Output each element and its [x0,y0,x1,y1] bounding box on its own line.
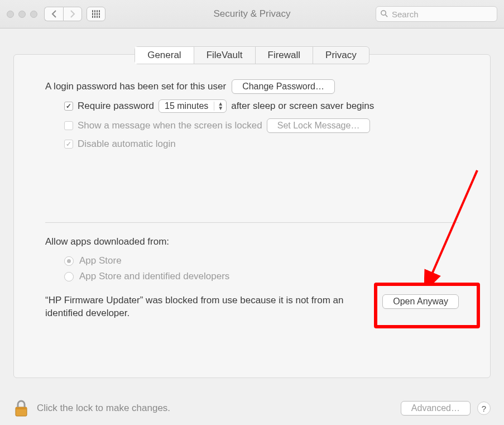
lock-hint-text: Click the lock to make changes. [37,403,170,414]
window-toolbar: Security & Privacy [0,0,504,28]
divider [45,222,459,223]
open-anyway-button[interactable]: Open Anyway [382,294,459,309]
advanced-button[interactable]: Advanced… [401,401,471,416]
search-input[interactable] [376,6,497,22]
tab-filevault[interactable]: FileVault [194,47,256,64]
disable-auto-login-checkbox[interactable] [64,140,73,149]
allow-apps-label: Allow apps downloaded from: [45,236,459,247]
require-password-delay-value: 15 minutes [165,101,208,111]
tabs: General FileVault Firewall Privacy [14,46,490,64]
show-all-button[interactable] [87,7,105,21]
chevron-right-icon [70,10,75,18]
require-password-label: Require password [78,101,154,112]
after-sleep-label: after sleep or screen saver begins [231,101,374,112]
svg-line-1 [386,15,388,17]
tab-firewall[interactable]: Firewall [256,47,314,64]
footer: Click the lock to make changes. Advanced… [13,399,491,417]
show-message-checkbox[interactable] [64,121,73,130]
radio-identified-developers-label: App Store and identified developers [79,271,229,282]
traffic-lights [7,11,37,18]
preferences-panel: General FileVault Firewall Privacy A log… [13,54,491,378]
radio-app-store[interactable] [64,256,74,266]
svg-rect-3 [16,407,27,409]
change-password-button[interactable]: Change Password… [232,79,335,94]
tab-general[interactable]: General [135,47,194,64]
blocked-app-message: “HP Firmware Updater” was blocked from u… [45,294,369,320]
nav-buttons [44,7,82,21]
search-container [376,6,497,22]
help-button[interactable]: ? [477,402,491,415]
require-password-delay-select[interactable]: 15 minutes ▲▼ [159,99,227,113]
grid-icon [92,10,100,18]
chevron-left-icon [51,10,57,18]
login-password-label: A login password has been set for this u… [45,81,226,92]
tab-privacy[interactable]: Privacy [313,47,369,64]
forward-button[interactable] [63,7,82,21]
lock-icon[interactable] [13,399,29,417]
search-icon [380,9,388,18]
require-password-checkbox[interactable] [64,102,73,111]
show-message-label: Show a message when the screen is locked [78,120,262,131]
zoom-window-button[interactable] [30,11,37,18]
radio-app-store-label: App Store [79,255,122,266]
back-button[interactable] [44,7,63,21]
set-lock-message-button[interactable]: Set Lock Message… [267,118,371,133]
stepper-icon: ▲▼ [214,102,223,111]
radio-identified-developers[interactable] [64,272,74,281]
minimize-window-button[interactable] [18,11,26,18]
close-window-button[interactable] [7,11,14,18]
svg-point-0 [381,11,386,15]
disable-auto-login-label: Disable automatic login [78,139,176,150]
